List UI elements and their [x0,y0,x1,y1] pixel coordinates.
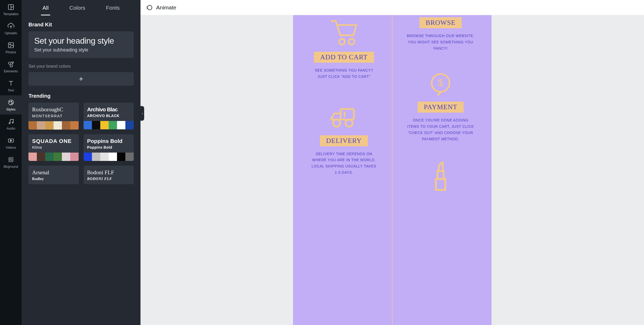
style-card[interactable]: Archivo BlacARCHIVO BLACK [84,103,134,130]
swatch [28,121,37,130]
swatch [54,153,62,161]
animate-button[interactable]: Animate [156,4,176,11]
rail-elements[interactable]: Elements [0,57,22,76]
swatch [45,153,54,161]
svg-rect-34 [436,179,445,190]
step-badge: DELIVERY [320,135,368,146]
rail-videos[interactable]: Videos [0,134,22,153]
rail-label: Elements [4,69,18,73]
svg-rect-33 [437,171,444,179]
svg-line-23 [12,160,14,162]
style-secondary-font: MONTSERRAT [32,114,75,118]
svg-line-22 [10,159,13,162]
lipstick-icon [433,161,448,198]
canvas-col-left: ADD TO CARTSEE SOMETHING YOU FANCY? JUST… [296,15,392,325]
templates-icon [8,4,14,10]
style-card[interactable]: ArsenalRadley [28,166,79,184]
swatch [54,121,62,130]
rail-label: Audio [7,126,15,130]
subheading-style: Set your subheading style [34,47,128,53]
svg-point-25 [339,39,345,45]
canvas-step[interactable]: ADD TO CARTSEE SOMETHING YOU FANCY? JUST… [310,20,378,80]
svg-point-6 [8,62,11,64]
rail-label: Videos [6,146,16,149]
style-primary-font: Arsenal [32,169,75,176]
audio-icon [8,118,14,125]
rail-label: Styles [6,107,15,111]
canvas-step[interactable]: $PAYMENTONCE YOU'RE DONE ADDING ITEMS TO… [407,72,475,142]
add-color-button[interactable]: + [28,72,134,86]
truck-icon [330,106,358,135]
rail-bkground[interactable]: Bkground [0,153,22,172]
panel-tabs: All Colors Fonts [22,0,140,15]
swatch [100,121,109,129]
svg-point-30 [346,119,353,126]
style-primary-font: Poppins Bold [87,138,130,144]
trending-title: Trending [28,93,134,99]
step-badge: BROWSE [419,17,462,28]
style-secondary-font: ARCHIVO BLACK [87,114,130,118]
canvas-step[interactable]: BROWSEBROWSE THROUGH OUR WEBSITE. YOU MI… [407,17,475,51]
rail-templates[interactable]: Templates [0,0,22,19]
style-swatches [84,153,134,161]
style-card[interactable]: Poppins BoldPoppins Bold [84,134,134,161]
style-card[interactable]: Bodoni FLFBODONI FLF [84,166,134,184]
upload-icon [8,23,14,30]
rail-label: Uploads [5,31,17,35]
svg-line-20 [8,157,11,160]
style-swatches [28,153,79,161]
swatch [62,153,70,161]
tab-colors[interactable]: Colors [68,5,87,15]
svg-point-15 [9,123,10,124]
svg-point-24 [148,5,152,10]
tab-all[interactable]: All [41,5,50,15]
swatch [92,121,100,129]
rail-audio[interactable]: Audio [0,114,22,134]
brandkit-card[interactable]: Set your heading style Set your subheadi… [28,31,134,58]
rail-text[interactable]: Text [0,76,22,95]
rail-uploads[interactable]: Uploads [0,19,22,38]
collapse-panel-button[interactable]: ‹ [140,106,144,121]
svg-rect-4 [8,43,14,48]
cart-icon [330,20,358,52]
elements-icon [8,61,14,68]
trending-grid: RoxboroughCMONTSERRATArchivo BlacARCHIVO… [28,103,134,184]
swatch [37,121,45,130]
divider [392,15,393,325]
style-secondary-font: Poppins Bold [87,145,130,149]
style-secondary-font: Klima [32,145,75,149]
svg-point-26 [349,39,354,45]
svg-point-14 [11,103,12,103]
svg-point-5 [9,44,10,45]
style-secondary-font: BODONI FLF [87,177,130,181]
step-desc: DELIVERY TIME DEPENDS ON WHERE YOU ARE I… [310,151,378,176]
rail-label: Templates [3,12,19,16]
svg-point-12 [9,101,10,102]
style-swatches [28,121,79,130]
rail-styles[interactable]: Styles [0,95,22,114]
swatch [117,121,125,129]
svg-marker-7 [11,62,14,64]
style-card[interactable]: RoxboroughCMONTSERRAT [28,103,79,130]
swatch [70,153,79,161]
text-icon [8,80,14,87]
style-card[interactable]: SQUADA ONEKlima [28,134,79,161]
step-badge: PAYMENT [418,102,464,113]
topbar: Animate [140,0,644,15]
rail-photos[interactable]: Photos [0,38,22,57]
bkground-icon [8,156,14,163]
swatch [62,121,70,130]
swatch [117,153,125,161]
canvas-step[interactable]: DELIVERYDELIVERY TIME DEPENDS ON WHERE Y… [310,106,378,176]
svg-text:$: $ [438,77,443,88]
swatch [37,153,45,161]
design-canvas[interactable]: ADD TO CARTSEE SOMETHING YOU FANCY? JUST… [293,15,491,325]
tab-fonts[interactable]: Fonts [104,5,121,15]
rail-label: Text [8,88,14,92]
canvas-step[interactable] [433,161,448,198]
step-badge: ADD TO CART [314,52,374,63]
swatch [45,121,54,130]
swatch [100,153,109,161]
brand-colors-label: Set your brand colors [28,64,134,69]
animate-icon [146,4,153,11]
